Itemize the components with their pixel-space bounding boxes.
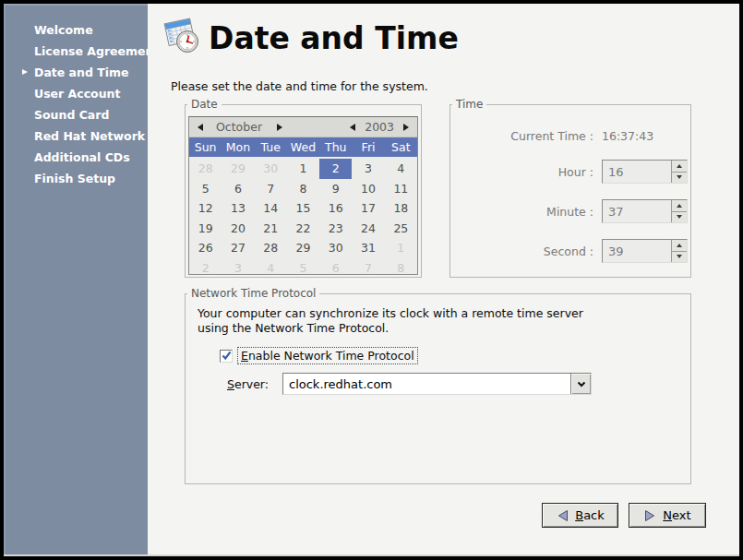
- calendar-day-cell[interactable]: 3: [352, 159, 384, 179]
- calendar-day-cell[interactable]: 12: [189, 198, 222, 219]
- calendar-day-cell[interactable]: 1: [385, 238, 417, 258]
- minute-up-button[interactable]: [672, 200, 687, 212]
- next-month-button[interactable]: [275, 122, 284, 133]
- calendar-day-header: Mon: [222, 140, 254, 154]
- calendar-day-cell[interactable]: 5: [189, 179, 222, 199]
- down-arrow-icon: [677, 175, 682, 179]
- calendar-day-cell[interactable]: 4: [385, 159, 417, 179]
- calendar-day-cell[interactable]: 2: [189, 258, 222, 279]
- left-arrow-icon: [350, 124, 355, 131]
- calendar-day-cell[interactable]: 6: [319, 258, 352, 279]
- calendar-day-cell[interactable]: 16: [319, 198, 352, 219]
- calendar-day-cell[interactable]: 5: [287, 258, 319, 279]
- calendar-grid: 2829301234567891011121314151617181920212…: [189, 157, 417, 278]
- right-arrow-icon: [403, 124, 409, 131]
- calendar-day-cell[interactable]: 7: [352, 258, 384, 279]
- ntp-enable-checkbox[interactable]: [220, 350, 233, 363]
- calendar-day-cell[interactable]: 29: [287, 238, 319, 258]
- server-input[interactable]: [283, 374, 569, 394]
- time-group-label: Time: [452, 98, 486, 111]
- calendar-day-header: Wed: [287, 140, 319, 154]
- second-input[interactable]: [603, 240, 671, 262]
- calendar-day-header: Sun: [189, 140, 222, 154]
- calendar-day-cell[interactable]: 26: [189, 238, 222, 258]
- minute-down-button[interactable]: [672, 212, 687, 223]
- calendar-day-cell[interactable]: 9: [319, 179, 352, 199]
- right-arrow-icon: [277, 124, 282, 131]
- ntp-group-label: Network Time Protocol: [187, 287, 319, 300]
- calendar-day-cell[interactable]: 27: [222, 238, 254, 258]
- calendar-day-cell[interactable]: 7: [255, 179, 287, 199]
- minute-input[interactable]: [603, 200, 671, 222]
- calendar-day-cell[interactable]: 23: [319, 219, 352, 239]
- calendar-day-cell[interactable]: 29: [222, 159, 254, 179]
- calendar-day-cell[interactable]: 14: [255, 198, 287, 219]
- calendar-day-cell[interactable]: 8: [287, 179, 319, 199]
- calendar-day-cell[interactable]: 1: [287, 159, 319, 179]
- calendar-day-cell[interactable]: 24: [352, 219, 384, 239]
- calendar-day-cell[interactable]: 13: [222, 198, 254, 219]
- calendar-day-cell[interactable]: 21: [255, 219, 287, 239]
- calendar-day-cell[interactable]: 28: [255, 238, 287, 258]
- hour-label: Hour :: [460, 165, 593, 179]
- calendar-day-cell[interactable]: 25: [385, 219, 417, 239]
- next-year-button[interactable]: [401, 122, 411, 133]
- date-group-label: Date: [187, 98, 222, 111]
- sidebar-item-additional-cds[interactable]: Additional CDs: [4, 147, 148, 168]
- calendar-day-header: Sat: [385, 140, 417, 154]
- prev-year-button[interactable]: [348, 122, 357, 133]
- hour-down-button[interactable]: [672, 173, 687, 184]
- back-button-label: Back: [575, 508, 605, 522]
- sidebar-item-license-agreement[interactable]: License Agreement: [4, 41, 148, 62]
- calendar-year: 2003: [365, 120, 394, 134]
- calendar-day-cell[interactable]: 6: [222, 179, 254, 199]
- sidebar-item-date-and-time[interactable]: Date and Time: [4, 62, 148, 83]
- calendar-day-cell[interactable]: 15: [287, 198, 319, 219]
- calendar-day-cell[interactable]: 18: [385, 198, 417, 219]
- date-group: Date October 2003 SunMonTueWedThuFriSat …: [185, 104, 422, 278]
- calendar-day-cell[interactable]: 22: [287, 219, 319, 239]
- server-dropdown-button[interactable]: [570, 374, 591, 394]
- calendar-month: October: [216, 120, 262, 134]
- server-combobox: [282, 373, 592, 395]
- calendar-day-cell[interactable]: 2: [319, 159, 352, 179]
- calendar-day-cell[interactable]: 3: [222, 258, 254, 279]
- hour-spinner: [602, 160, 688, 184]
- calendar-day-cell[interactable]: 4: [255, 258, 287, 279]
- calendar-day-cell[interactable]: 31: [352, 238, 384, 258]
- ntp-enable-label[interactable]: Enable Network Time Protocol: [237, 347, 418, 364]
- left-arrow-icon: [198, 124, 203, 131]
- sidebar-item-red-hat-network[interactable]: Red Hat Network: [4, 125, 148, 147]
- prev-month-button[interactable]: [196, 122, 205, 133]
- second-up-button[interactable]: [672, 240, 687, 252]
- hour-input[interactable]: [603, 161, 671, 183]
- back-button[interactable]: Back: [542, 503, 618, 528]
- current-time-value: 16:37:43: [602, 129, 653, 143]
- calendar-day-cell[interactable]: 8: [385, 258, 417, 279]
- active-step-arrow-icon: [22, 69, 28, 75]
- calendar-day-cell[interactable]: 28: [189, 159, 222, 179]
- sidebar-item-sound-card[interactable]: Sound Card: [4, 104, 148, 125]
- current-time-row: Current Time : 16:37:43: [460, 129, 653, 143]
- up-arrow-icon: [677, 164, 682, 168]
- calendar-day-cell[interactable]: 30: [255, 159, 287, 179]
- calendar-day-cell[interactable]: 30: [319, 238, 352, 258]
- calendar-day-header: Thu: [319, 140, 352, 154]
- calendar-day-cell[interactable]: 19: [189, 219, 222, 239]
- next-button[interactable]: Next: [629, 503, 706, 528]
- current-time-label: Current Time :: [460, 129, 593, 143]
- second-down-button[interactable]: [672, 252, 687, 263]
- checkmark-icon: [222, 351, 232, 361]
- calendar-day-cell[interactable]: 11: [385, 179, 417, 199]
- sidebar-item-finish-setup[interactable]: Finish Setup: [4, 168, 148, 189]
- minute-spinner: [602, 199, 688, 223]
- calendar-day-cell[interactable]: 20: [222, 219, 254, 239]
- sidebar-item-welcome[interactable]: Welcome: [4, 19, 148, 41]
- sidebar-item-user-account[interactable]: User Account: [4, 83, 148, 104]
- hour-up-button[interactable]: [672, 161, 687, 173]
- up-arrow-icon: [677, 204, 682, 208]
- next-arrow-icon: [643, 509, 657, 522]
- calendar-day-cell[interactable]: 10: [352, 179, 384, 199]
- calendar-day-cell[interactable]: 17: [352, 198, 384, 219]
- second-row: Second :: [460, 239, 688, 263]
